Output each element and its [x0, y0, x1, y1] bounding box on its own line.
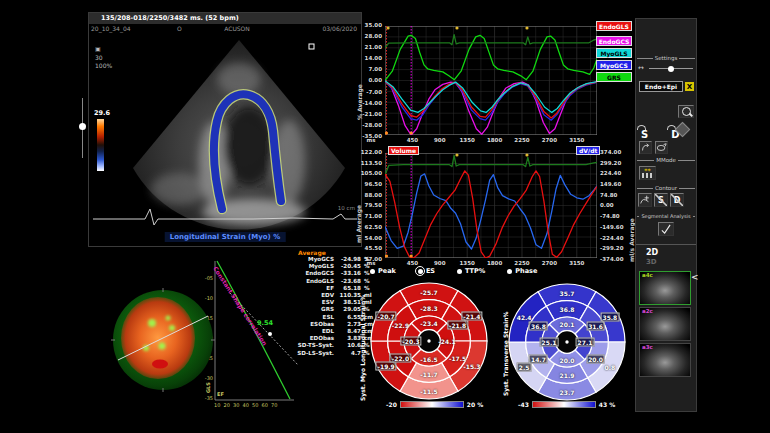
contour-systole-button[interactable]: S: [654, 193, 668, 207]
segment-value: 20.1: [560, 321, 575, 328]
y-tick: 14.00: [352, 55, 382, 61]
ecg-trace: [93, 205, 357, 227]
ef-tick: 30: [233, 402, 239, 408]
marker-label: O: [177, 24, 182, 34]
mode-label: Phase: [515, 267, 537, 275]
view-thumbnail-a3c[interactable]: a3c: [639, 343, 691, 377]
segment-value: -23.4: [420, 320, 437, 327]
segment-value: -28.3: [420, 305, 437, 312]
blue-scale-min: -43: [518, 401, 529, 408]
segmental-analysis-button[interactable]: [658, 222, 674, 236]
x-tick: 2250: [512, 260, 532, 266]
3d-strain-bullseye: [110, 288, 216, 392]
contour-diastole-button[interactable]: D: [670, 193, 684, 207]
y-tick: -28.00: [352, 122, 382, 128]
y-tick: 21.00: [352, 44, 382, 50]
endo-epi-checkbox[interactable]: X: [685, 82, 694, 91]
red-scale-gradient: [400, 401, 464, 408]
stat-unit: %: [364, 256, 376, 263]
segment-value: 23.7: [560, 388, 575, 395]
legend-myogls[interactable]: MyoGLS: [596, 48, 632, 58]
legend-endogls[interactable]: EndoGLS: [596, 21, 632, 31]
segment-value: -22.9: [392, 321, 409, 328]
magnifier-icon: [682, 107, 691, 116]
view-thumbnail-a4c[interactable]: a4c: [639, 271, 691, 305]
frame-marker: [455, 153, 458, 156]
dvdt-badge[interactable]: dV/dt: [576, 146, 600, 155]
check-icon: [660, 224, 672, 235]
gls-tick: -05: [202, 275, 213, 281]
strain-colorbar: [97, 119, 104, 171]
settings-slider-thumb[interactable]: [668, 66, 674, 72]
segment-value: -11.7: [420, 371, 437, 378]
segment-value: -19.9: [375, 361, 396, 370]
mode-label: TTP%: [465, 267, 485, 275]
gain-value: 30: [95, 54, 103, 61]
view-thumbnail-a2c[interactable]: a2c: [639, 307, 691, 341]
frame-marker: [386, 26, 389, 29]
blue-scale-max: 43 %: [599, 401, 615, 408]
roi-ellipse-button[interactable]: [655, 141, 668, 154]
zoom-tool-button[interactable]: [678, 105, 694, 118]
dv/dt-curve: [385, 174, 597, 249]
red-scale-max: 20 %: [467, 401, 483, 408]
thumbnail-label: a4c: [642, 272, 653, 278]
y-tick: 113.50: [352, 160, 382, 166]
frame-marker: [410, 131, 413, 134]
x-tick: 1800: [485, 137, 505, 143]
y-tick: 105.00: [352, 170, 382, 176]
view-2d-button[interactable]: 2D: [646, 248, 658, 257]
y-tick: 299.20: [600, 160, 634, 166]
edit-contour-button[interactable]: [639, 141, 652, 154]
segment-value: 42.4: [517, 314, 532, 321]
x-tick: 1350: [457, 137, 477, 143]
systole-button[interactable]: S: [641, 129, 648, 140]
orientation-marker-icon: [309, 44, 314, 49]
segment-value: -17.5: [449, 354, 466, 361]
legend-grs[interactable]: GRS: [596, 72, 632, 82]
mmode-bars-icon: [642, 173, 653, 178]
y-tick: 7.00: [352, 66, 382, 72]
display-mode-options: PeakESTTP%Phase: [370, 267, 537, 275]
y-tick: 0.00: [352, 77, 382, 83]
mode-option-ttp[interactable]: TTP%: [457, 267, 485, 275]
mode-option-es[interactable]: ES: [418, 267, 435, 275]
x-tick: 450: [402, 137, 422, 143]
volume-badge[interactable]: Volume: [388, 146, 419, 155]
y-tick: 88.00: [352, 192, 382, 198]
mode-label: Peak: [378, 267, 396, 275]
x-tick: 2250: [512, 137, 532, 143]
stat-value: 38.51: [337, 299, 361, 306]
ef-axis-label: EF: [217, 391, 224, 397]
contour-add-button[interactable]: [638, 193, 652, 207]
gls-tick: -35: [202, 395, 213, 401]
segment-value: 36.8: [560, 306, 575, 313]
stat-value: -24.98: [337, 256, 361, 263]
segment-value: -15.3: [463, 362, 480, 369]
blue-color-scale: -43 43 %: [518, 401, 615, 408]
view-3d-button[interactable]: 3D: [646, 258, 657, 266]
volume-chart: 122.00113.50105.0096.5088.0079.5071.0062…: [352, 145, 638, 269]
thumbnail-label: a2c: [642, 308, 653, 314]
frame-marker: [525, 153, 528, 156]
segment-value: 0.8: [605, 363, 616, 370]
legend-endogcs[interactable]: EndoGCS: [596, 36, 632, 46]
ultrasound-panel: 135/208-018/2250/3482 ms. (52 bpm) 20_10…: [88, 12, 362, 247]
volume-chart-right-label: ml/s Average: [628, 218, 635, 262]
mode-option-phase[interactable]: Phase: [507, 267, 537, 275]
radio-icon: [507, 269, 512, 274]
mmode-button[interactable]: **: [639, 166, 656, 180]
stat-value: 2.73: [337, 321, 361, 328]
segmental-analysis-header: Segmental Analysis: [637, 213, 695, 219]
power-value: 100%: [95, 62, 112, 69]
frame-marker: [385, 131, 388, 134]
divider: [636, 244, 696, 245]
stat-value: 65.18: [337, 285, 361, 292]
legend-myogcs[interactable]: MyoGCS: [596, 60, 632, 70]
collapse-panel-button[interactable]: <: [691, 272, 699, 282]
y-tick: 0.00: [600, 202, 634, 208]
distance-annotation: 9.54: [257, 319, 273, 327]
x-tick: 2700: [539, 137, 559, 143]
depth-slider-thumb[interactable]: [79, 123, 86, 130]
ultrasound-title: 135/208-018/2250/3482 ms. (52 bpm): [89, 13, 361, 24]
